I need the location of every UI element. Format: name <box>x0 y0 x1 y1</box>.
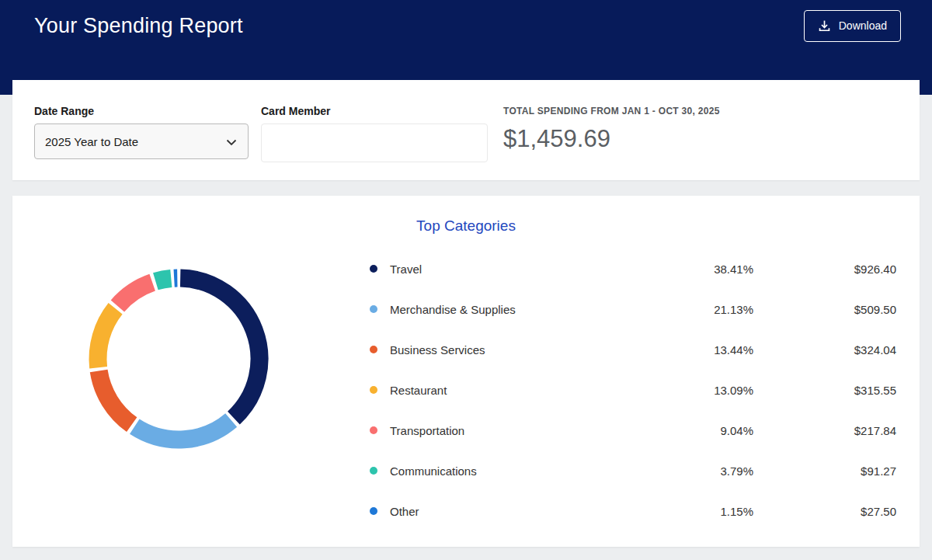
legend-color-dot <box>370 305 377 313</box>
chevron-down-icon <box>226 135 237 148</box>
legend-color-dot <box>370 386 377 394</box>
page-title: Your Spending Report <box>34 14 243 38</box>
hero-header-row: Your Spending Report Download <box>0 0 932 43</box>
donut-segment[interactable] <box>180 278 259 418</box>
legend-row: Business Services13.44%$324.04 <box>370 329 896 370</box>
date-range-value: 2025 Year to Date <box>45 135 138 148</box>
legend-amount-value: $324.04 <box>753 343 896 357</box>
legend-percent-value: 13.44% <box>714 343 753 357</box>
donut-segment[interactable] <box>98 308 116 367</box>
spending-donut-chart[interactable] <box>85 266 272 452</box>
legend-amount-value: $926.40 <box>753 263 896 276</box>
donut-chart-area <box>36 249 370 531</box>
chart-and-legend: Travel38.41%$926.40Merchandise & Supplie… <box>36 249 896 531</box>
legend-color-dot <box>370 265 377 273</box>
legend-category-label: Merchandise & Supplies <box>390 303 714 316</box>
top-categories-title: Top Categories <box>36 217 896 235</box>
legend-percent-value: 9.04% <box>720 424 753 437</box>
legend-category-label: Communications <box>390 464 720 478</box>
legend-row: Restaurant13.09%$315.55 <box>370 370 896 410</box>
legend-category-label: Other <box>390 505 720 518</box>
legend-amount-value: $509.50 <box>753 303 896 316</box>
legend-amount-value: $91.27 <box>753 464 896 478</box>
legend-category-label: Restaurant <box>390 384 714 397</box>
legend-amount-value: $27.50 <box>753 505 896 518</box>
legend-row: Transportation9.04%$217.84 <box>370 410 896 450</box>
legend-category-label: Transportation <box>390 424 720 437</box>
download-icon <box>818 19 831 33</box>
legend-amount-value: $217.84 <box>753 424 896 437</box>
donut-segment[interactable] <box>134 420 231 440</box>
total-spending-label: TOTAL SPENDING FROM JAN 1 - OCT 30, 2025 <box>503 106 720 117</box>
donut-segment[interactable] <box>99 371 132 425</box>
card-member-label: Card Member <box>261 105 488 117</box>
legend-category-label: Travel <box>390 263 714 276</box>
card-member-group: Card Member <box>261 105 488 162</box>
legend-color-dot <box>370 346 377 353</box>
card-member-select[interactable] <box>261 123 488 162</box>
date-range-group: Date Range 2025 Year to Date <box>34 105 249 159</box>
date-range-select[interactable]: 2025 Year to Date <box>34 123 249 159</box>
legend-color-dot <box>370 467 377 475</box>
legend-percent-value: 13.09% <box>714 384 753 397</box>
filter-card: Date Range 2025 Year to Date Card Member… <box>12 80 920 180</box>
legend-percent-value: 21.13% <box>714 303 753 316</box>
category-legend: Travel38.41%$926.40Merchandise & Supplie… <box>370 249 896 531</box>
legend-row: Other1.15%$27.50 <box>370 491 896 531</box>
legend-percent-value: 38.41% <box>714 263 753 276</box>
total-spending-amount: $1,459.69 <box>503 125 720 153</box>
legend-row: Communications3.79%$91.27 <box>370 450 896 491</box>
legend-color-dot <box>370 426 377 434</box>
legend-percent-value: 3.79% <box>720 464 753 478</box>
legend-row: Travel38.41%$926.40 <box>370 249 896 289</box>
legend-amount-value: $315.55 <box>753 384 896 397</box>
legend-row: Merchandise & Supplies21.13%$509.50 <box>370 289 896 329</box>
total-spending-group: TOTAL SPENDING FROM JAN 1 - OCT 30, 2025… <box>503 105 720 153</box>
donut-segment[interactable] <box>155 278 171 281</box>
legend-color-dot <box>370 507 377 515</box>
top-categories-card: Top Categories Travel38.41%$926.40Mercha… <box>12 196 920 547</box>
download-button-label: Download <box>839 19 887 32</box>
download-button[interactable]: Download <box>804 10 901 42</box>
donut-segment[interactable] <box>117 283 152 306</box>
legend-percent-value: 1.15% <box>720 505 753 518</box>
legend-category-label: Business Services <box>390 343 714 357</box>
date-range-label: Date Range <box>34 105 249 117</box>
